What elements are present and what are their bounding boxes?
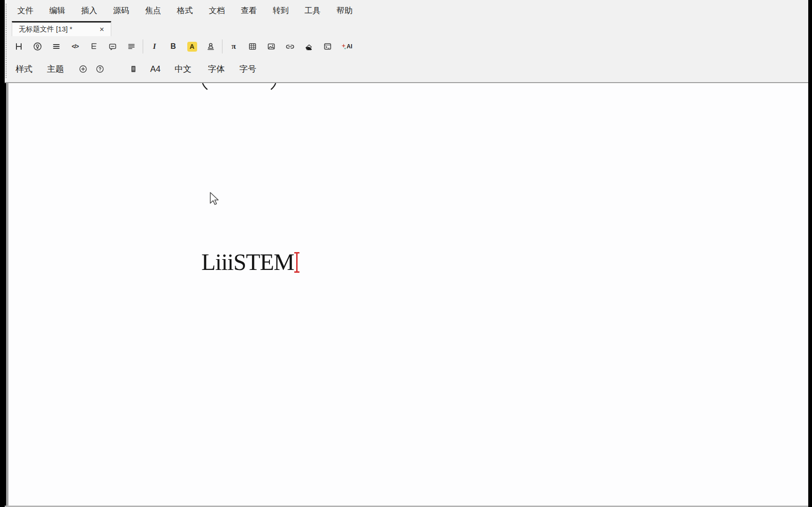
menu-edit[interactable]: 编辑 [41, 0, 73, 21]
document-tab[interactable]: 无标题文件 [13] * × [12, 21, 111, 36]
menu-focus[interactable]: 焦点 [137, 0, 169, 21]
mouse-pointer [210, 192, 221, 207]
paragraph-lines-button[interactable] [122, 38, 141, 54]
terminal-button[interactable] [318, 38, 337, 54]
list-button[interactable] [47, 38, 66, 54]
comment-button[interactable] [103, 38, 122, 54]
code-button[interactable]: </> [66, 38, 84, 54]
terminal-icon [323, 42, 332, 51]
menu-insert[interactable]: 插入 [73, 0, 105, 21]
toolbar-separator [143, 39, 143, 54]
menu-view[interactable]: 查看 [233, 0, 265, 21]
menu-bar: 文件 编辑 插入 源码 焦点 格式 文档 查看 转到 工具 帮助 [5, 0, 808, 21]
heading-button[interactable] [9, 38, 28, 54]
circle-question-icon [96, 65, 104, 73]
top-chrome: 文件 编辑 插入 源码 焦点 格式 文档 查看 转到 工具 帮助 无标题文件 [… [5, 0, 808, 83]
table-button[interactable] [243, 38, 262, 54]
format-toolbar: 样式 主题 A4 中文 字体 字号 [5, 56, 808, 82]
text-caret [296, 252, 298, 273]
link-button[interactable] [281, 38, 299, 54]
image-icon [267, 42, 276, 51]
code-icon: </> [72, 43, 78, 50]
left-scrollbar[interactable] [5, 83, 8, 507]
link-icon [285, 42, 295, 51]
circle-plus-icon [79, 65, 87, 73]
document-text-line: LiiiSTEM [201, 250, 294, 274]
document-text: LiiiSTEM [201, 249, 294, 275]
heading-icon [14, 42, 23, 51]
menu-format[interactable]: 格式 [169, 0, 201, 21]
toolbar-separator [222, 39, 222, 54]
table-icon [248, 42, 257, 51]
menu-tools[interactable]: 工具 [297, 0, 329, 21]
list-icon [52, 42, 61, 51]
stamp-icon [206, 42, 215, 51]
main-toolbar: </> I B [5, 37, 808, 56]
page-layout-button[interactable] [129, 65, 138, 73]
italic-icon: I [153, 42, 156, 51]
italic-button[interactable]: I [145, 38, 164, 54]
lightbulb-icon [33, 42, 42, 51]
left-letterbox [0, 0, 5, 507]
ai-sparkle-icon [341, 43, 346, 50]
menu-help[interactable]: 帮助 [329, 0, 360, 21]
comment-icon [108, 42, 117, 51]
math-button[interactable]: π [224, 38, 243, 54]
paper-size-dropdown[interactable]: A4 [150, 64, 161, 74]
style-help-button[interactable] [96, 65, 104, 73]
large-parentheses-bottom-tips [195, 83, 284, 92]
menu-source[interactable]: 源码 [105, 0, 137, 21]
tab-bar: 无标题文件 [13] * × [5, 21, 808, 37]
menu-goto[interactable]: 转到 [265, 0, 297, 21]
tab-title: 无标题文件 [13] * [19, 25, 97, 34]
style-dropdown[interactable]: 样式 [15, 63, 32, 75]
tree-outline-icon [89, 42, 99, 51]
ai-icon-label: AI [347, 43, 352, 50]
stamp-button[interactable] [201, 38, 220, 54]
image-button[interactable] [262, 38, 281, 54]
right-letterbox [808, 0, 812, 507]
text-color-icon: A [187, 42, 197, 52]
bold-button[interactable]: B [164, 38, 183, 54]
document-canvas[interactable]: LiiiSTEM [5, 83, 808, 507]
app-window: 文件 编辑 插入 源码 焦点 格式 文档 查看 转到 工具 帮助 无标题文件 [… [0, 0, 812, 507]
ai-button[interactable]: AI [337, 38, 356, 54]
page-icon [129, 65, 138, 73]
font-dropdown[interactable]: 字体 [208, 63, 225, 75]
eraser-button[interactable] [299, 38, 318, 54]
bold-icon: B [170, 42, 176, 51]
text-color-button[interactable]: A [183, 38, 201, 54]
font-size-dropdown[interactable]: 字号 [239, 63, 256, 75]
add-style-button[interactable] [79, 65, 87, 73]
lightbulb-button[interactable] [28, 38, 47, 54]
menu-document[interactable]: 文档 [201, 0, 233, 21]
toolbar-drag-handle[interactable] [6, 4, 7, 78]
math-pi-icon: π [231, 42, 236, 51]
menu-file[interactable]: 文件 [9, 0, 41, 21]
eraser-icon [304, 42, 314, 51]
language-dropdown[interactable]: 中文 [175, 63, 192, 75]
tree-outline-button[interactable] [84, 38, 103, 54]
tab-close-icon[interactable]: × [97, 25, 107, 33]
theme-dropdown[interactable]: 主题 [47, 63, 64, 75]
paragraph-lines-icon [127, 42, 136, 51]
